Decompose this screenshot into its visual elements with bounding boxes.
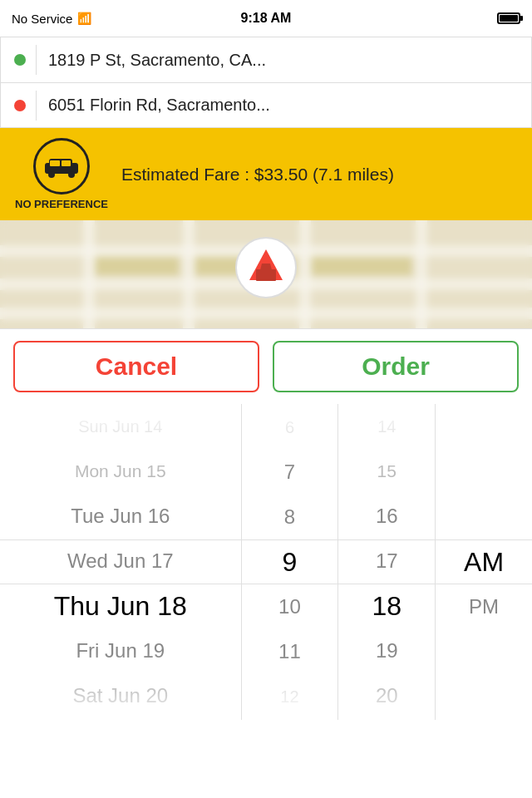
map-area: [0, 220, 532, 328]
origin-address: 1819 P St, Sacramento, CA...: [48, 51, 266, 70]
list-item[interactable]: 12: [242, 674, 338, 719]
picker-ampm-items: AMPM: [436, 404, 532, 629]
address-divider: [36, 45, 37, 75]
status-right: [497, 12, 520, 24]
cancel-button[interactable]: Cancel: [13, 341, 259, 392]
list-item[interactable]: 8: [242, 495, 338, 539]
map-pin: [233, 234, 299, 301]
fare-info: Estimated Fare : $33.50 (7.1 miles): [121, 165, 394, 185]
list-item[interactable]: 16: [338, 494, 435, 539]
list-item[interactable]: 7: [242, 450, 338, 495]
address-section: 1819 P St, Sacramento, CA... 6051 Florin…: [0, 37, 532, 128]
estimated-fare-text: Estimated Fare : $33.50 (7.1 miles): [121, 165, 394, 185]
svg-rect-9: [256, 269, 276, 281]
status-time: 9:18 AM: [241, 11, 292, 26]
list-item[interactable]: Tue Jun 16: [0, 494, 241, 539]
list-item[interactable]: 21: [338, 718, 435, 720]
list-item[interactable]: Sat Jun 20: [0, 673, 241, 718]
picker-minute-col[interactable]: 1415161718192021: [338, 404, 435, 720]
picker-ampm-col[interactable]: AMPM: [436, 404, 532, 720]
list-item[interactable]: 11: [242, 629, 338, 674]
status-bar: No Service 📶 9:18 AM: [0, 0, 532, 37]
list-item[interactable]: 19: [338, 628, 435, 673]
list-item[interactable]: 14: [338, 404, 435, 449]
wifi-icon: 📶: [77, 12, 91, 25]
list-item[interactable]: 15: [338, 449, 435, 494]
fare-banner[interactable]: NO PREFERENCE Estimated Fare : $33.50 (7…: [0, 128, 532, 220]
list-item[interactable]: 9: [242, 539, 338, 584]
battery-icon: [497, 12, 520, 24]
svg-rect-5: [62, 160, 71, 166]
list-item[interactable]: AM: [436, 539, 532, 584]
picker-section[interactable]: Sun Jun 14Mon Jun 15Tue Jun 16Wed Jun 17…: [0, 404, 532, 720]
order-button[interactable]: Order: [273, 341, 519, 392]
no-preference-label: NO PREFERENCE: [15, 198, 108, 210]
button-row: Cancel Order: [0, 328, 532, 404]
list-item[interactable]: Sun Jun 21: [0, 718, 241, 720]
svg-point-2: [48, 171, 55, 178]
origin-dot: [14, 54, 26, 66]
list-item[interactable]: Fri Jun 19: [0, 628, 241, 673]
picker-date-items: Sun Jun 14Mon Jun 15Tue Jun 16Wed Jun 17…: [0, 404, 241, 720]
status-left: No Service 📶: [12, 12, 91, 26]
destination-row[interactable]: 6051 Florin Rd, Sacramento...: [0, 82, 532, 128]
origin-row[interactable]: 1819 P St, Sacramento, CA...: [0, 37, 532, 82]
picker-minute-items: 1415161718192021: [338, 404, 435, 720]
picker-date-col[interactable]: Sun Jun 14Mon Jun 15Tue Jun 16Wed Jun 17…: [0, 404, 241, 720]
list-item[interactable]: Wed Jun 17: [0, 539, 241, 584]
list-item[interactable]: 17: [338, 539, 435, 584]
destination-address: 6051 Florin Rd, Sacramento...: [48, 96, 270, 115]
carrier-text: No Service: [12, 12, 72, 26]
picker-hour-items: 6789101112: [242, 404, 338, 720]
svg-rect-4: [50, 160, 60, 166]
car-icon-wrap: [33, 138, 90, 195]
list-item[interactable]: Sun Jun 14: [0, 404, 241, 449]
destination-dot: [14, 100, 26, 111]
svg-point-3: [68, 171, 75, 178]
list-item[interactable]: Thu Jun 18: [0, 584, 241, 628]
list-item[interactable]: 18: [338, 584, 435, 628]
list-item[interactable]: Mon Jun 15: [0, 449, 241, 494]
list-item[interactable]: PM: [436, 584, 532, 629]
picker-hour-col[interactable]: 6789101112: [242, 404, 338, 720]
address-divider-2: [36, 91, 37, 121]
list-item[interactable]: 20: [338, 673, 435, 718]
car-icon: [43, 155, 80, 178]
list-item[interactable]: 6: [242, 405, 338, 450]
list-item[interactable]: 10: [242, 584, 338, 629]
picker-container: Sun Jun 14Mon Jun 15Tue Jun 16Wed Jun 17…: [0, 404, 532, 720]
